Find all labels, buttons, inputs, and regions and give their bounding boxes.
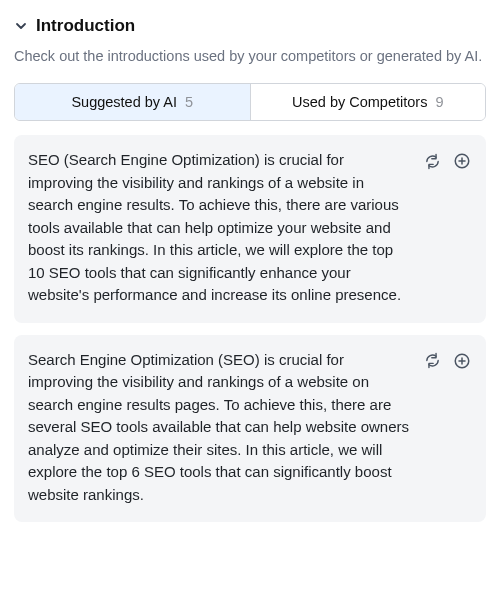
- introduction-panel: Introduction Check out the introductions…: [0, 0, 500, 522]
- tab-label: Used by Competitors: [292, 94, 427, 110]
- section-description: Check out the introductions used by your…: [14, 46, 486, 67]
- tab-bar: Suggested by AI 5 Used by Competitors 9: [14, 83, 486, 121]
- suggestion-card: Search Engine Optimization (SEO) is cruc…: [14, 335, 486, 523]
- tab-suggested-by-ai[interactable]: Suggested by AI 5: [15, 84, 250, 120]
- suggestion-card: SEO (Search Engine Optimization) is cruc…: [14, 135, 486, 323]
- suggestion-text: Search Engine Optimization (SEO) is cruc…: [28, 349, 412, 507]
- suggestion-list: SEO (Search Engine Optimization) is cruc…: [14, 135, 486, 522]
- suggestion-text: SEO (Search Engine Optimization) is cruc…: [28, 149, 412, 307]
- card-actions: [422, 349, 472, 507]
- chevron-down-icon: [14, 19, 28, 33]
- section-title: Introduction: [36, 16, 135, 36]
- tab-count: 9: [435, 94, 443, 110]
- tab-used-by-competitors[interactable]: Used by Competitors 9: [250, 84, 486, 120]
- tab-count: 5: [185, 94, 193, 110]
- add-icon[interactable]: [452, 351, 472, 371]
- regenerate-icon[interactable]: [422, 351, 442, 371]
- regenerate-icon[interactable]: [422, 151, 442, 171]
- add-icon[interactable]: [452, 151, 472, 171]
- tab-label: Suggested by AI: [71, 94, 177, 110]
- card-actions: [422, 149, 472, 307]
- section-header[interactable]: Introduction: [14, 16, 486, 36]
